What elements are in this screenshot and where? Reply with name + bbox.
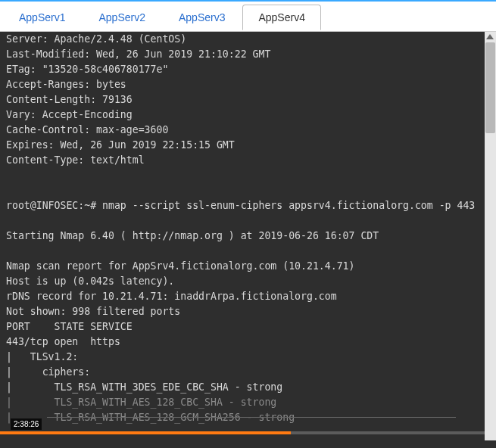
terminal-dim-line: | TLS_RSA_WITH_AES_128_GCM_SHA256 - stro… <box>6 410 479 425</box>
tab-bar: AppServ1 AppServ2 AppServ3 AppServ4 <box>0 0 496 32</box>
tab-appserv2[interactable]: AppServ2 <box>83 5 161 30</box>
overlay-divider <box>47 417 456 418</box>
terminal-output[interactable]: Server: Apache/2.4.48 (CentOS) Last-Modi… <box>0 32 485 448</box>
scroll-up-arrow-icon[interactable] <box>486 34 494 39</box>
terminal-dim-line: | TLS_RSA_WITH_AES_128_CBC_SHA - strong <box>6 395 479 410</box>
tab-appserv3[interactable]: AppServ3 <box>163 5 241 30</box>
tab-appserv4[interactable]: AppServ4 <box>242 5 320 30</box>
video-progress-bar[interactable] <box>0 431 485 434</box>
terminal-panel: Server: Apache/2.4.48 (CentOS) Last-Modi… <box>0 32 496 448</box>
video-timestamp: 2:38:26 <box>11 418 42 430</box>
scrollbar-track[interactable] <box>485 32 496 440</box>
tab-appserv1[interactable]: AppServ1 <box>3 5 81 30</box>
video-progress-fill <box>0 431 291 434</box>
scrollbar-thumb[interactable] <box>485 42 495 133</box>
